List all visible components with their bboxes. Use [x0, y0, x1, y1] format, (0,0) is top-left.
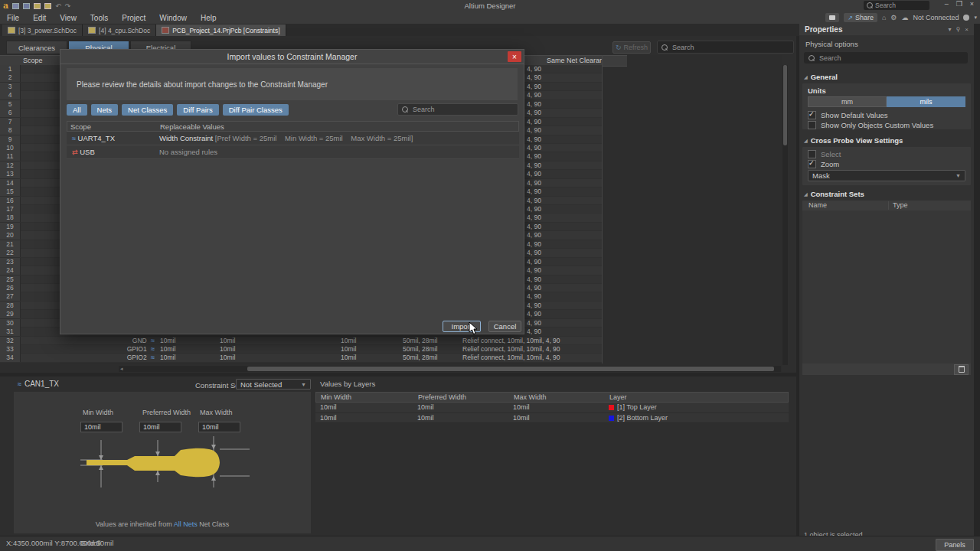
preferred-width-field[interactable]: 10mil [139, 422, 181, 432]
menu-item[interactable]: Tools [83, 14, 115, 22]
dialog-close-button[interactable]: × [508, 51, 521, 62]
dropdown-icon[interactable]: ▾ [948, 26, 951, 33]
pin-icon[interactable]: ⚲ [956, 26, 960, 33]
filter-button[interactable]: Net Classes [122, 104, 173, 116]
dialog-search-input[interactable] [411, 105, 491, 114]
horizontal-scrollbar[interactable]: ◂ [119, 366, 781, 372]
maximize-button[interactable]: ❒ [956, 0, 962, 8]
open-icon[interactable] [34, 3, 41, 9]
column-header-scope[interactable]: Scope [23, 57, 43, 64]
doc-tab-4-cpu[interactable]: [4] 4_cpu.SchDoc [83, 24, 156, 36]
refresh-button[interactable]: ↻ Refresh [612, 41, 651, 54]
column-header-type[interactable]: Type [893, 201, 908, 209]
table-row[interactable]: 32 GND 10mil 10mil 10mil 50mil, 28mil Re… [0, 337, 602, 345]
schematic-doc-icon [8, 27, 15, 34]
constraint-set-dropdown[interactable]: Not Selected ▼ [236, 379, 311, 390]
column-header-replaceable-values[interactable]: Replaceable Values [160, 122, 224, 131]
table-row[interactable]: 34 GPIO2 10mil 10mil 10mil 50mil, 28mil … [0, 354, 602, 362]
layer-value-row[interactable]: 10mil 10mil 10mil [2] Bottom Layer [315, 413, 789, 424]
checkbox-checked-icon[interactable] [808, 111, 816, 119]
show-default-values-row[interactable]: Show Default Values [808, 110, 888, 119]
table-search-input[interactable] [671, 43, 750, 52]
checkbox-unchecked-icon[interactable] [808, 121, 816, 129]
cancel-button[interactable]: Cancel [488, 321, 521, 332]
layer-value-row[interactable]: 10mil 10mil 10mil [1] Top Layer [315, 403, 789, 413]
share-arrow-icon: ↗ [848, 15, 853, 21]
properties-search-box[interactable] [804, 52, 968, 64]
all-nets-link[interactable]: All Nets [174, 520, 198, 528]
properties-search-input[interactable] [818, 54, 897, 63]
net-icon [151, 345, 155, 354]
trace-shape [87, 448, 220, 478]
column-header-max-width[interactable]: Max Width [514, 393, 547, 401]
show-custom-values-row[interactable]: Show Only Objects Custom Values [808, 120, 933, 129]
gear-icon[interactable]: ⚙ [890, 14, 897, 21]
comment-button[interactable] [825, 13, 839, 22]
table-row[interactable]: 33 GPIO1 10mil 10mil 10mil 50mil, 28mil … [0, 345, 602, 354]
global-search-box[interactable]: Search [864, 1, 929, 10]
column-header-preferred-width[interactable]: Preferred Width [418, 393, 466, 401]
redo-icon[interactable]: ↷ [65, 2, 71, 10]
column-header-layer[interactable]: Layer [609, 393, 627, 401]
filter-button[interactable]: All [67, 104, 87, 116]
filter-button[interactable]: Diff Pair Classes [223, 104, 289, 116]
chevron-down-icon[interactable]: ▾ [974, 15, 977, 21]
unit-mm-button[interactable]: mm [808, 96, 887, 107]
panels-button[interactable]: Panels [936, 539, 974, 551]
close-panel-icon[interactable]: × [965, 26, 969, 33]
checkbox-unchecked-icon[interactable] [808, 150, 816, 158]
column-header-same-net-clearance[interactable]: Same Net Clearance [547, 57, 611, 64]
search-icon [808, 55, 815, 61]
unit-mils-button[interactable]: mils [887, 96, 965, 107]
column-header-scope[interactable]: Scope [70, 122, 91, 131]
dialog-table-row[interactable]: USB No assigned rules [67, 145, 519, 159]
undo-icon[interactable]: ↶ [55, 2, 61, 10]
delete-button[interactable] [954, 364, 969, 375]
filter-button[interactable]: Nets [91, 104, 119, 116]
menu-item[interactable]: View [53, 14, 83, 22]
properties-header: Properties ▾ ⚲ × [799, 24, 974, 35]
net-icon [72, 135, 76, 142]
dialog-search-box[interactable] [397, 103, 518, 116]
zoom-row[interactable]: Zoom [808, 159, 839, 168]
width-diagram-box: Min Width Preferred Width Max Width 10mi… [14, 392, 311, 533]
scrollbar-thumb[interactable] [783, 65, 787, 145]
user-avatar[interactable] [963, 15, 969, 21]
menu-item[interactable]: File [0, 14, 26, 22]
open-project-icon[interactable] [44, 3, 51, 9]
altium-logo-icon: a [3, 1, 8, 11]
doc-tab-pcb-project-constraints[interactable]: PCB_Project_14.PrjPcb [Constraints] [156, 24, 286, 36]
share-button[interactable]: ↗Share [844, 13, 877, 22]
connection-status[interactable]: Not Connected [913, 14, 959, 21]
section-constraint-sets[interactable]: Constraint Sets [804, 190, 864, 198]
menu-item[interactable]: Edit [26, 14, 53, 22]
save-all-icon[interactable] [23, 3, 30, 9]
dialog-title-bar[interactable]: Import values to Constraint Manager [60, 50, 524, 64]
import-button[interactable]: Import [443, 321, 481, 332]
max-width-field[interactable]: 10mil [198, 422, 240, 432]
mask-dropdown[interactable]: Mask ▼ [808, 170, 965, 181]
doc-tab-3-power[interactable]: [3] 3_power.SchDoc [2, 24, 83, 36]
section-cross-probe[interactable]: Cross Probe View Settings [804, 136, 903, 145]
preferred-width-label: Preferred Width [142, 409, 191, 416]
minimize-button[interactable]: – [945, 0, 949, 8]
menu-item[interactable]: Help [194, 14, 224, 22]
close-button[interactable]: × [970, 0, 974, 8]
menu-item[interactable]: Project [115, 14, 152, 22]
section-general[interactable]: General [804, 73, 838, 81]
home-icon[interactable]: ⌂ [882, 14, 886, 21]
scrollbar-thumb[interactable] [247, 367, 774, 371]
save-icon[interactable] [12, 3, 19, 9]
min-width-field[interactable]: 10mil [80, 422, 122, 432]
dialog-table-row[interactable]: UART4_TX Width Constraint [Pref Width = … [67, 132, 519, 145]
menu-item[interactable]: Window [152, 14, 194, 22]
column-header-min-width[interactable]: Min Width [321, 393, 351, 401]
select-row[interactable]: Select [808, 149, 841, 158]
column-header-name[interactable]: Name [808, 201, 827, 209]
tab-clearances[interactable]: Clearances [6, 41, 67, 54]
scroll-left-arrow[interactable]: ◂ [119, 366, 125, 372]
filter-button[interactable]: Diff Pairs [177, 104, 218, 116]
table-search-box[interactable] [657, 41, 794, 54]
vertical-scrollbar[interactable] [782, 65, 788, 365]
checkbox-checked-icon[interactable] [808, 160, 816, 168]
